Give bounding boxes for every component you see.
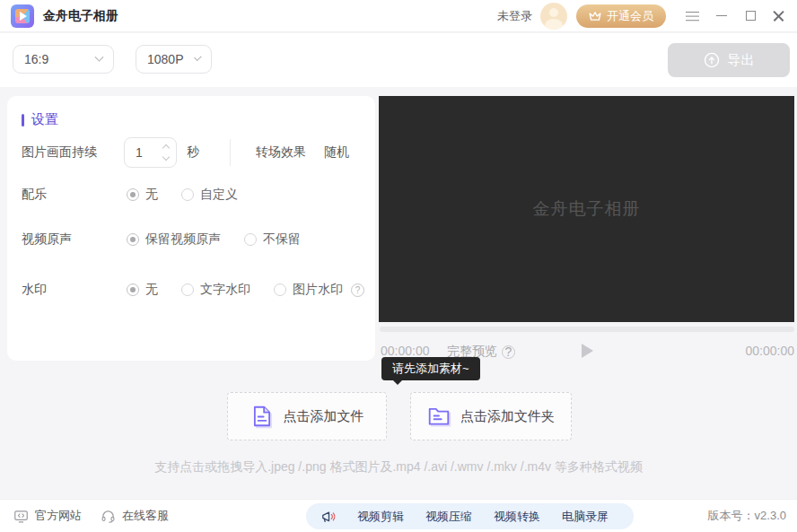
radio-music-none[interactable]: 无 <box>127 187 158 203</box>
add-folder-label: 点击添加文件夹 <box>460 408 555 425</box>
monitor-code-icon <box>13 509 29 524</box>
preview-watermark-text: 金舟电子相册 <box>533 197 641 221</box>
aspect-ratio-select[interactable]: 16:9 <box>13 45 114 74</box>
chevron-down-icon <box>95 52 104 61</box>
radio-label: 文字水印 <box>200 282 250 298</box>
export-button[interactable]: 导出 <box>668 43 790 77</box>
settings-panel: 设置 图片画面持续 1 秒 转场效果 随机 配乐 无 自定义 视频原声 保留视频… <box>7 96 375 361</box>
vip-button[interactable]: 开通会员 <box>576 4 666 28</box>
music-label: 配乐 <box>22 187 127 203</box>
radio-label: 自定义 <box>200 187 238 203</box>
settings-heading-label: 设置 <box>31 111 58 128</box>
radio-label: 不保留 <box>263 231 301 248</box>
current-time: 00:00:00 <box>381 344 430 358</box>
products-bar: 视频剪辑 视频压缩 视频转换 电脑录屏 <box>306 503 634 529</box>
radio-watermark-none[interactable]: 无 <box>127 282 158 298</box>
radio-icon <box>127 233 139 246</box>
avatar-person-icon <box>549 8 558 17</box>
file-icon <box>250 405 274 428</box>
radio-music-custom[interactable]: 自定义 <box>181 187 238 203</box>
footer: 官方网站 在线客服 视频剪辑 视频压缩 视频转换 电脑录屏 版本号：v2.3.0 <box>0 499 797 532</box>
radio-label: 图片水印 <box>293 282 343 298</box>
avatar-person-body <box>545 19 563 30</box>
add-files-button[interactable]: 点击添加文件 <box>227 392 387 440</box>
megaphone-icon <box>320 508 337 525</box>
radio-label: 无 <box>145 282 158 298</box>
radio-icon <box>181 188 194 201</box>
duration-value: 1 <box>136 145 163 160</box>
stepper-icons[interactable] <box>163 145 169 160</box>
crown-icon <box>589 11 601 22</box>
help-icon[interactable]: ? <box>502 345 515 359</box>
maximize-button[interactable] <box>742 8 758 24</box>
add-material-tooltip: 请先添加素材~ <box>381 357 480 380</box>
duration-input[interactable]: 1 <box>124 137 177 168</box>
original-sound-label: 视频原声 <box>22 231 127 248</box>
original-sound-row: 视频原声 保留视频原声 不保留 <box>22 231 368 249</box>
online-service-link[interactable]: 在线客服 <box>101 500 169 532</box>
app-logo-icon <box>11 4 34 28</box>
app-title: 金舟电子相册 <box>43 8 118 24</box>
export-button-label: 导出 <box>728 52 755 69</box>
radio-label: 无 <box>145 187 158 203</box>
help-icon[interactable]: ? <box>351 283 364 297</box>
online-service-label: 在线客服 <box>122 508 169 524</box>
radio-icon <box>244 233 257 246</box>
close-button[interactable] <box>770 8 786 24</box>
official-site-label: 官方网站 <box>35 508 82 524</box>
add-files-label: 点击添加文件 <box>284 408 364 425</box>
seek-bar[interactable] <box>380 327 794 332</box>
radio-discard-sound[interactable]: 不保留 <box>244 231 301 248</box>
titlebar-right: 未登录 开通会员 <box>497 3 786 30</box>
resolution-select[interactable]: 1080P <box>136 45 212 74</box>
chevron-down-icon[interactable] <box>162 153 170 161</box>
avatar[interactable] <box>540 3 567 30</box>
duration-row: 图片画面持续 1 秒 转场效果 随机 <box>22 137 368 168</box>
product-link-video-edit[interactable]: 视频剪辑 <box>346 509 415 525</box>
titlebar: 金舟电子相册 未登录 开通会员 <box>0 0 797 32</box>
app-window: 金舟电子相册 未登录 开通会员 16:9 1080P <box>0 0 797 532</box>
total-time: 00:00:00 <box>746 344 795 358</box>
export-upload-icon <box>704 52 720 68</box>
vip-button-label: 开通会员 <box>607 8 653 24</box>
transition-value[interactable]: 随机 <box>324 144 349 161</box>
menu-icon[interactable] <box>684 8 700 24</box>
product-link-screen-record[interactable]: 电脑录屏 <box>551 509 619 525</box>
login-status[interactable]: 未登录 <box>497 8 532 24</box>
settings-heading: 设置 <box>22 111 58 128</box>
supported-formats-hint: 支持点击或拖拽导入.jpeg /.png 格式图片及.mp4 /.avi /.w… <box>0 459 797 475</box>
resolution-value: 1080P <box>147 52 183 66</box>
vertical-divider <box>230 139 231 166</box>
play-button[interactable] <box>582 344 593 358</box>
add-folder-button[interactable]: 点击添加文件夹 <box>410 392 572 440</box>
chevron-down-icon <box>195 53 202 60</box>
folder-icon <box>427 405 451 428</box>
radio-icon <box>181 283 194 296</box>
headset-icon <box>101 509 116 524</box>
toolbar: 16:9 1080P 导出 <box>0 33 797 87</box>
music-row: 配乐 无 自定义 <box>22 186 368 204</box>
duration-label: 图片画面持续 <box>22 144 124 161</box>
aspect-ratio-value: 16:9 <box>24 52 48 66</box>
version-label: 版本号：v2.3.0 <box>708 500 786 532</box>
watermark-label: 水印 <box>22 282 127 298</box>
video-preview: 金舟电子相册 <box>379 96 794 322</box>
radio-label: 保留视频原声 <box>145 231 221 248</box>
radio-watermark-image[interactable]: 图片水印 <box>274 282 343 298</box>
transition-label: 转场效果 <box>256 144 306 161</box>
duration-unit: 秒 <box>187 144 199 161</box>
minimize-button[interactable] <box>714 8 730 24</box>
radio-icon <box>127 188 139 201</box>
radio-watermark-text[interactable]: 文字水印 <box>181 282 250 298</box>
watermark-row: 水印 无 文字水印 图片水印 ? <box>22 281 368 299</box>
official-site-link[interactable]: 官方网站 <box>13 500 82 532</box>
product-link-video-convert[interactable]: 视频转换 <box>483 509 551 525</box>
radio-icon <box>127 283 139 296</box>
heading-accent-bar <box>22 114 24 126</box>
radio-icon <box>274 283 286 296</box>
chevron-up-icon[interactable] <box>162 144 170 152</box>
product-link-video-compress[interactable]: 视频压缩 <box>415 509 483 525</box>
radio-keep-sound[interactable]: 保留视频原声 <box>127 231 221 248</box>
